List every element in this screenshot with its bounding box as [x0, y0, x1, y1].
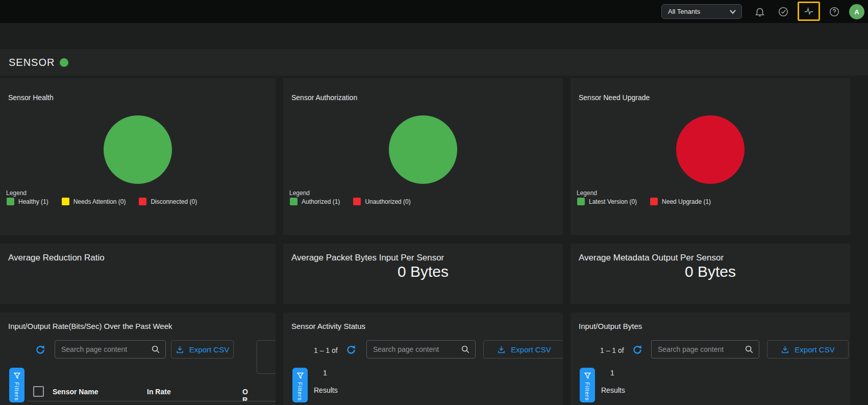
- refresh-icon[interactable]: [345, 344, 357, 355]
- search-icon: [745, 345, 754, 354]
- search-box: [651, 340, 759, 359]
- table-title: Input/Output Bytes: [579, 322, 642, 330]
- check-circle-icon[interactable]: [777, 6, 789, 18]
- card-sensor-health: Sensor Health Legend Healthy (1) Needs A…: [0, 78, 276, 235]
- card-io-rate-table: Input/Output Rate(Bits/Sec) Over the Pas…: [0, 313, 276, 405]
- legend-swatch: [290, 198, 297, 205]
- legend-label: Healthy (1): [18, 198, 48, 205]
- sensor-status-dot: [60, 58, 68, 67]
- avatar-letter: A: [854, 8, 859, 16]
- card-sensor-activity-status: Sensor Activity Status 1 – 1 of Export C…: [283, 313, 563, 405]
- refresh-icon[interactable]: [632, 344, 643, 355]
- card-average-packet-bytes-input: Average Packet Bytes Input Per Sensor 0 …: [283, 244, 563, 304]
- activity-pulse-button[interactable]: [798, 2, 820, 21]
- sensor-header: SENSOR: [0, 49, 868, 76]
- stat-title: Average Reduction Ratio: [8, 253, 105, 263]
- stat-value: 0 Bytes: [283, 263, 563, 280]
- filter-icon: [584, 372, 591, 379]
- export-csv-label: Export CSV: [511, 345, 551, 354]
- legend-swatch: [353, 198, 361, 205]
- table-title: Input/Output Rate(Bits/Sec) Over the Pas…: [8, 322, 172, 330]
- legend-item: Need Upgrade (1): [650, 198, 711, 205]
- pagination-label: 1 – 1 of: [600, 346, 624, 354]
- legend-item: Unauthorized (0): [353, 198, 410, 205]
- pie-chart: [104, 115, 172, 184]
- legend-swatch: [139, 198, 146, 205]
- card-title: Sensor Need Upgrade: [579, 93, 650, 102]
- help-icon[interactable]: [828, 6, 840, 18]
- legend-item: Authorized (1): [290, 198, 340, 205]
- card-title: Sensor Health: [8, 93, 54, 102]
- legend: Healthy (1) Needs Attention (0) Disconne…: [7, 198, 197, 205]
- avatar[interactable]: A: [849, 4, 864, 19]
- filters-label: Filters: [297, 382, 303, 401]
- filter-icon: [13, 372, 21, 379]
- result-count: 1: [323, 369, 327, 377]
- tenant-select-value: All Tenants: [668, 8, 700, 15]
- search-input[interactable]: [373, 345, 458, 353]
- export-csv-button[interactable]: Export CSV: [483, 340, 563, 359]
- results-label: Results: [314, 386, 338, 394]
- notifications-bell-icon[interactable]: [754, 6, 766, 18]
- export-csv-label: Export CSV: [795, 345, 834, 354]
- pie-chart: [676, 115, 745, 184]
- topbar: All Tenants A: [0, 0, 868, 23]
- legend-swatch: [62, 198, 69, 205]
- card-average-reduction-ratio: Average Reduction Ratio: [0, 244, 276, 304]
- legend-title: Legend: [289, 189, 310, 197]
- legend-title: Legend: [6, 189, 27, 197]
- stat-title: Average Metadata Output Per Sensor: [579, 253, 724, 263]
- export-csv-label: Export CSV: [189, 345, 229, 354]
- search-input[interactable]: [658, 345, 741, 353]
- search-icon: [151, 345, 160, 354]
- chevron-down-icon: [729, 9, 736, 14]
- filter-icon: [296, 372, 304, 379]
- stat-title: Average Packet Bytes Input Per Sensor: [291, 253, 444, 263]
- search-input[interactable]: [61, 345, 148, 353]
- legend-item: Needs Attention (0): [62, 198, 126, 205]
- result-count: 1: [610, 369, 614, 377]
- export-csv-button[interactable]: Export CSV: [171, 340, 234, 359]
- legend-label: Authorized (1): [302, 198, 340, 205]
- pie-chart: [389, 115, 457, 184]
- legend-item: Healthy (1): [7, 198, 48, 205]
- select-all-checkbox[interactable]: [33, 386, 44, 397]
- legend-swatch: [650, 198, 658, 205]
- legend-swatch: [7, 198, 14, 205]
- legend-swatch: [577, 198, 585, 205]
- refresh-icon[interactable]: [35, 344, 46, 355]
- card-io-bytes: Input/Output Bytes 1 – 1 of Export CSV: [571, 313, 850, 405]
- header-divider: [27, 401, 276, 401]
- tenant-select[interactable]: All Tenants: [661, 4, 742, 19]
- legend-label: Needs Attention (0): [73, 198, 126, 205]
- pagination-label: 1 – 1 of: [314, 346, 338, 354]
- column-out-rate[interactable]: Out Rate: [242, 388, 248, 401]
- table-title: Sensor Activity Status: [291, 322, 365, 330]
- table-header: Sensor Name In Rate Out Rate: [0, 384, 248, 401]
- download-icon: [176, 345, 184, 354]
- pulse-icon: [803, 5, 815, 17]
- stat-value: 0 Bytes: [571, 263, 850, 280]
- filters-button[interactable]: Filters: [580, 368, 595, 402]
- legend: Latest Version (0) Need Upgrade (1): [577, 198, 711, 205]
- legend-title: Legend: [577, 189, 597, 197]
- search-box: [366, 340, 476, 359]
- legend-label: Disconnected (0): [151, 198, 197, 205]
- page-title: SENSOR: [9, 57, 55, 68]
- download-icon: [497, 345, 506, 354]
- export-csv-button[interactable]: Export CSV: [767, 340, 849, 359]
- filters-label: Filters: [584, 382, 590, 401]
- legend-label: Unauthorized (0): [365, 198, 410, 205]
- legend-label: Latest Version (0): [589, 198, 637, 205]
- card-average-metadata-output: Average Metadata Output Per Sensor 0 Byt…: [571, 244, 850, 304]
- search-box: [55, 340, 166, 359]
- filters-button[interactable]: Filters: [292, 368, 308, 402]
- results-label: Results: [601, 386, 625, 394]
- legend: Authorized (1) Unauthorized (0): [290, 198, 411, 205]
- column-sensor-name[interactable]: Sensor Name: [53, 388, 98, 396]
- toolbar-partial-control[interactable]: [257, 340, 276, 374]
- legend-label: Need Upgrade (1): [662, 198, 711, 205]
- column-in-rate[interactable]: In Rate: [147, 388, 171, 396]
- card-sensor-need-upgrade: Sensor Need Upgrade Legend Latest Versio…: [571, 78, 850, 235]
- card-sensor-authorization: Sensor Authorization Legend Authorized (…: [283, 78, 563, 235]
